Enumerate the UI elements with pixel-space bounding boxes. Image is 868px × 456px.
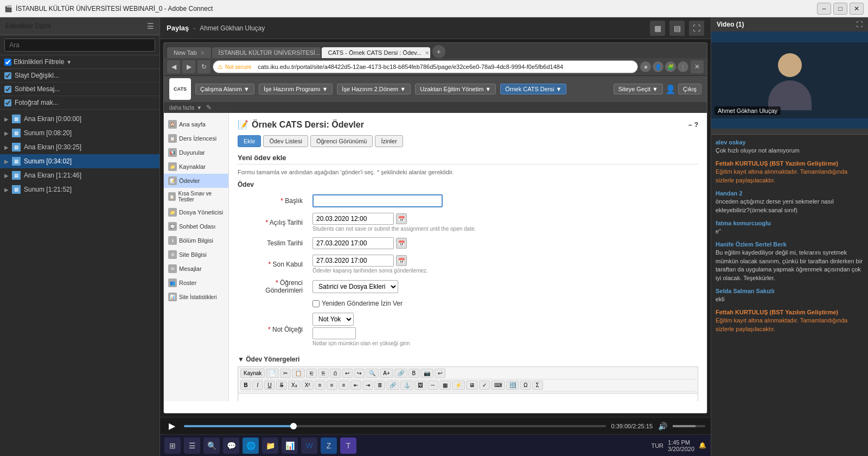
- acilis-date-input[interactable]: [312, 213, 394, 225]
- filter-checkbox[interactable]: [4, 59, 11, 66]
- indent-left-btn[interactable]: ⇤: [350, 381, 361, 390]
- cats-ogrenci-button[interactable]: Öğrenci Görünümü: [310, 135, 373, 147]
- settings-icon[interactable]: ⋮: [678, 61, 688, 72]
- yeniden-checkbox[interactable]: [312, 300, 320, 307]
- ogrenci-select[interactable]: Satırici ve Dosya Ekleri: [312, 280, 398, 293]
- volume-icon[interactable]: 🔊: [658, 422, 667, 430]
- flash-btn[interactable]: ⚡: [452, 381, 465, 390]
- iframe-btn[interactable]: 🖥: [466, 381, 478, 390]
- sidebar-menu-icon[interactable]: ☰: [147, 22, 154, 30]
- cats-left-istatistik[interactable]: 📊 Site İstatistikleri: [164, 290, 228, 304]
- filter-row[interactable]: Etkinlikleri Filtrele ▼: [0, 55, 159, 69]
- link-btn2[interactable]: 🔗: [386, 381, 399, 390]
- subscript-btn[interactable]: X₂: [288, 381, 301, 390]
- nav-item-2[interactable]: ▶ ▦ Ana Ekran [0:30:25]: [0, 140, 159, 154]
- sigma-btn[interactable]: Σ: [532, 381, 543, 390]
- cats-odev-listesi-button[interactable]: Ödev Listesi: [263, 135, 308, 147]
- list-btn[interactable]: ≣: [374, 381, 385, 390]
- baslik-input[interactable]: [312, 194, 443, 207]
- video-fullscreen-icon[interactable]: ⛶: [856, 21, 863, 28]
- teslim-date-input[interactable]: [312, 237, 394, 249]
- cats-nav-ornek[interactable]: Örnek CATS Dersi ▼: [500, 84, 566, 94]
- cats-left-ders[interactable]: 📋 Ders İzlencesi: [164, 131, 228, 145]
- browser-tab-2[interactable]: CATS - Örnek CATS Dersi : Ödev... ✕: [322, 47, 430, 58]
- new-tab-button[interactable]: +: [432, 45, 445, 58]
- cats-nav-siteye[interactable]: Siteye Geçit ▼: [614, 84, 663, 94]
- minimize-button[interactable]: –: [817, 3, 831, 15]
- grid-view-button[interactable]: ▦: [650, 21, 665, 36]
- cats-left-anasayfa[interactable]: 🏠 Ana sayfa: [164, 117, 228, 131]
- nav-item-0[interactable]: ▶ ▦ Ana Ekran [0:00:00]: [0, 112, 159, 126]
- filter-dropdown-icon[interactable]: ▼: [66, 59, 72, 65]
- return-btn[interactable]: ↩: [435, 369, 445, 378]
- zoom-button[interactable]: Z: [321, 438, 337, 454]
- taskview-button[interactable]: ☰: [184, 438, 200, 454]
- spell-btn[interactable]: B: [409, 369, 419, 378]
- chat-taskbar-button[interactable]: 💬: [223, 438, 239, 454]
- sonkabul-date-input[interactable]: [312, 255, 394, 267]
- cats-ekle-button[interactable]: Ekle: [238, 135, 261, 147]
- not-select[interactable]: Not Yok: [312, 313, 354, 326]
- play-button[interactable]: ▶: [165, 420, 178, 433]
- redo-btn[interactable]: ↪: [354, 369, 365, 378]
- search-input[interactable]: [4, 39, 155, 52]
- paste-btn3[interactable]: ⎙: [330, 369, 341, 378]
- cats-left-sohbet[interactable]: 💬 Sohbet Odası: [164, 219, 228, 233]
- bold-btn[interactable]: B: [240, 381, 251, 390]
- explorer-button[interactable]: 📁: [262, 438, 278, 454]
- browser-tab-1[interactable]: İSTANBUL KÜLTÜR ÜNİVERSİTESİ... ✕: [212, 47, 321, 58]
- table-btn[interactable]: ▦: [439, 381, 451, 390]
- cats-left-mesajlar[interactable]: ✉ Mesajlar: [164, 262, 228, 276]
- hr-btn[interactable]: ─: [427, 381, 438, 390]
- align-right-btn[interactable]: ≡: [339, 381, 349, 390]
- not-value-input[interactable]: [312, 327, 356, 339]
- cats-left-site[interactable]: ⚙ Site Bilgisi: [164, 248, 228, 262]
- nav-item-4[interactable]: ▶ ▦ Ana Ekran [1:21:46]: [0, 168, 159, 182]
- align-left-btn[interactable]: ≡: [315, 381, 326, 390]
- source-btn[interactable]: Kaynak: [240, 369, 265, 378]
- cats-izinler-button[interactable]: İzinler: [375, 135, 403, 147]
- help-icon[interactable]: ?: [694, 121, 698, 129]
- paste-btn2[interactable]: ⎘: [318, 369, 329, 378]
- link-btn1[interactable]: 🔗: [394, 369, 407, 378]
- odev-yonergeleri-toggle[interactable]: ▼ Ödev Yönergeleri: [238, 356, 698, 363]
- extensions-icon[interactable]: 🧩: [665, 61, 676, 72]
- bookmark-icon[interactable]: ★: [640, 61, 651, 72]
- image-btn[interactable]: 🖼: [414, 381, 426, 390]
- tab-close-2[interactable]: ✕: [425, 50, 429, 56]
- cats-nav-uzaktan[interactable]: Uzaktan Eğitim Yönetim ▼: [415, 84, 496, 94]
- browser-reload-button[interactable]: ↻: [197, 60, 210, 73]
- word-button[interactable]: W: [301, 438, 317, 454]
- editor-area[interactable]: [238, 393, 698, 401]
- fotograf-checkbox[interactable]: [4, 99, 11, 106]
- edit-icon[interactable]: ✎: [206, 104, 212, 111]
- keyboard-btn[interactable]: ⌨: [491, 381, 505, 390]
- symbol-btn[interactable]: 🔣: [506, 381, 519, 390]
- anchor-btn[interactable]: ⚓: [400, 381, 413, 390]
- nav-item-1[interactable]: ▶ ▦ Sunum [0:08:20]: [0, 126, 159, 140]
- fullscreen-button[interactable]: ⛶: [689, 21, 704, 36]
- undo-btn[interactable]: ↩: [342, 369, 353, 378]
- slayt-checkbox[interactable]: [4, 72, 11, 79]
- excel-button[interactable]: 📊: [282, 438, 298, 454]
- sohbet-checkbox[interactable]: [4, 86, 11, 93]
- cats-left-duyurular[interactable]: 📢 Duyurular: [164, 145, 228, 160]
- italic-btn[interactable]: I: [252, 381, 263, 390]
- close-button[interactable]: ✕: [850, 3, 864, 15]
- cats-left-sinav[interactable]: 📋 Kısa Sınav ve Testler: [164, 188, 228, 205]
- nav-item-3[interactable]: ▶ ▦ Sunum [0:34:02]: [0, 154, 159, 168]
- browser-close-button[interactable]: ✕: [691, 60, 704, 73]
- paste-btn1[interactable]: ⎗: [306, 369, 317, 378]
- check-btn[interactable]: ✓: [479, 381, 490, 390]
- font-size-btn[interactable]: A+: [380, 369, 393, 378]
- browser-tab-0[interactable]: New Tab ✕: [167, 47, 211, 58]
- nav-item-5[interactable]: ▶ ▦ Sunum [1:21:52]: [0, 182, 159, 197]
- indent-right-btn[interactable]: ⇥: [362, 381, 373, 390]
- address-input[interactable]: [253, 62, 633, 72]
- minimize-widget-icon[interactable]: –: [688, 121, 692, 129]
- superscript-btn[interactable]: X²: [302, 381, 314, 390]
- profile-icon[interactable]: 👤: [653, 61, 663, 72]
- list-view-button[interactable]: ▤: [669, 21, 685, 36]
- cats-nav-ish1[interactable]: İşe Hazırım Programı ▼: [259, 84, 333, 94]
- search-button[interactable]: 🔍: [203, 438, 220, 454]
